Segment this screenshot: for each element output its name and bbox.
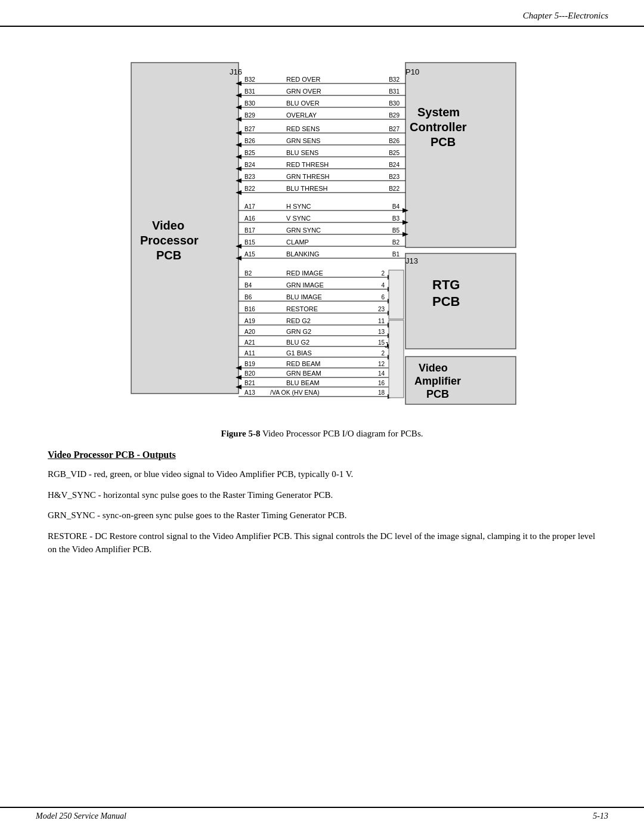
svg-text:Controller: Controller [410, 120, 467, 134]
svg-text:PCB: PCB [431, 135, 456, 148]
page-content: Video Processor PCB J16 System Controlle… [0, 27, 644, 587]
svg-text:15: 15 [378, 339, 385, 346]
svg-text:B15: B15 [244, 239, 255, 246]
diagram-wrapper: Video Processor PCB J16 System Controlle… [48, 45, 596, 417]
svg-text:B30: B30 [389, 100, 400, 107]
svg-text:Amplifier: Amplifier [414, 375, 461, 387]
svg-text:B27: B27 [244, 126, 255, 132]
svg-text:B23: B23 [389, 174, 400, 180]
paragraph-3: GRN_SYNC - sync-on-green sync pulse goes… [48, 509, 596, 522]
svg-text:A17: A17 [244, 203, 255, 210]
svg-text:BLU G2: BLU G2 [286, 339, 309, 346]
svg-text:B31: B31 [389, 88, 400, 95]
svg-text:B29: B29 [389, 112, 400, 119]
svg-text:B5: B5 [392, 227, 400, 234]
diagram-svg: Video Processor PCB J16 System Controlle… [113, 45, 531, 417]
svg-text:2: 2 [381, 350, 385, 357]
svg-text:B2: B2 [244, 270, 252, 277]
svg-text:PCB: PCB [156, 249, 181, 262]
svg-text:A20: A20 [244, 329, 255, 335]
svg-text:RED OVER: RED OVER [286, 76, 321, 83]
svg-rect-11 [405, 253, 516, 349]
svg-text:H SYNC: H SYNC [286, 203, 311, 210]
svg-text:J13: J13 [405, 256, 418, 265]
svg-text:Video: Video [419, 362, 448, 374]
svg-text:PCB: PCB [432, 294, 460, 309]
svg-text:B24: B24 [244, 162, 255, 168]
svg-text:B26: B26 [244, 138, 255, 144]
svg-text:B4: B4 [392, 203, 400, 210]
svg-text:B2: B2 [392, 239, 400, 246]
paragraph-2: H&V_SYNC - horizontal sync pulse goes to… [48, 488, 596, 502]
svg-text:BLANKING: BLANKING [286, 250, 320, 258]
svg-rect-157 [389, 320, 404, 398]
footer-right: 5-13 [593, 812, 608, 821]
svg-text:B16: B16 [244, 306, 255, 312]
svg-text:GRN THRESH: GRN THRESH [286, 173, 330, 180]
svg-text:16: 16 [378, 380, 385, 386]
svg-text:System: System [417, 106, 460, 119]
svg-text:RED SENS: RED SENS [286, 125, 320, 132]
svg-text:A13: A13 [244, 389, 255, 396]
footer-left: Model 250 Service Manual [36, 812, 126, 821]
svg-text:G1 BIAS: G1 BIAS [286, 349, 312, 357]
svg-text:RED G2: RED G2 [286, 317, 311, 324]
svg-text:BLU IMAGE: BLU IMAGE [286, 293, 322, 301]
svg-text:B23: B23 [244, 174, 255, 180]
svg-text:RESTORE: RESTORE [286, 305, 318, 312]
svg-text:18: 18 [378, 389, 385, 396]
svg-text:BLU SENS: BLU SENS [286, 149, 318, 156]
svg-text:11: 11 [378, 318, 385, 324]
chapter-title: Chapter 5---Electronics [523, 11, 608, 20]
svg-text:A21: A21 [244, 339, 255, 346]
svg-text:13: 13 [378, 329, 385, 335]
svg-rect-1 [131, 63, 239, 394]
svg-text:A19: A19 [244, 318, 255, 324]
svg-text:GRN G2: GRN G2 [286, 328, 311, 335]
svg-text:23: 23 [378, 306, 385, 312]
svg-text:B30: B30 [244, 100, 255, 107]
svg-text:A11: A11 [244, 350, 255, 357]
figure-caption: Figure 5-8 Video Processor PCB I/O diagr… [48, 429, 596, 439]
svg-text:B32: B32 [389, 76, 400, 83]
svg-text:J16: J16 [230, 67, 242, 76]
svg-rect-6 [405, 63, 516, 247]
svg-text:BLU THRESH: BLU THRESH [286, 185, 328, 192]
svg-text:12: 12 [378, 361, 385, 367]
page-header: Chapter 5---Electronics [0, 0, 644, 27]
svg-text:GRN IMAGE: GRN IMAGE [286, 281, 324, 289]
paragraph-4: RESTORE - DC Restore control signal to t… [48, 529, 596, 556]
svg-text:B29: B29 [244, 112, 255, 119]
svg-text:B24: B24 [389, 162, 400, 168]
svg-text:A16: A16 [244, 215, 255, 222]
svg-text:6: 6 [381, 294, 385, 301]
svg-text:GRN OVER: GRN OVER [286, 88, 321, 95]
svg-text:BLU OVER: BLU OVER [286, 100, 320, 107]
svg-text:B26: B26 [389, 138, 400, 144]
figure-number: Figure 5-8 [221, 429, 261, 438]
svg-text:Video: Video [152, 219, 184, 232]
svg-text:V SYNC: V SYNC [286, 215, 311, 222]
svg-text:B25: B25 [389, 150, 400, 156]
svg-text:Processor: Processor [140, 234, 199, 247]
svg-text:B1: B1 [392, 251, 400, 258]
svg-text:B17: B17 [244, 227, 255, 234]
svg-text:B25: B25 [244, 150, 255, 156]
svg-text:2: 2 [381, 270, 385, 277]
page-footer: Model 250 Service Manual 5-13 [0, 807, 644, 821]
svg-text:RED THRESH: RED THRESH [286, 161, 329, 168]
svg-text:GRN SENS: GRN SENS [286, 137, 320, 144]
svg-text:OVERLAY: OVERLAY [286, 112, 317, 119]
svg-text:4: 4 [381, 282, 385, 289]
section-heading: Video Processor PCB - Outputs [48, 450, 596, 460]
svg-text:GRN SYNC: GRN SYNC [286, 227, 321, 234]
svg-text:P10: P10 [405, 67, 419, 76]
figure-text: Video Processor PCB I/O diagram for PCBs… [260, 429, 423, 438]
svg-text:B32: B32 [244, 76, 255, 83]
svg-text:B6: B6 [244, 294, 252, 301]
svg-text:RED IMAGE: RED IMAGE [286, 270, 323, 277]
svg-text:A15: A15 [244, 251, 255, 258]
svg-text:B20: B20 [244, 370, 255, 377]
svg-text:B21: B21 [244, 380, 255, 386]
svg-text:/VA OK (HV ENA): /VA OK (HV ENA) [270, 389, 320, 396]
